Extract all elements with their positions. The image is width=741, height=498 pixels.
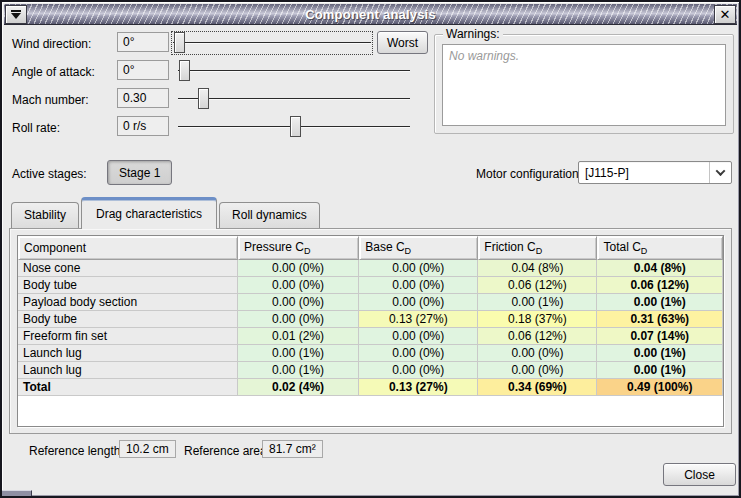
slider-track[interactable] [178, 70, 410, 72]
total-cd-cell: 0.00 (1%) [597, 345, 723, 362]
wind-direction-label: Wind direction: [12, 37, 91, 51]
component-cell: Body tube [18, 277, 238, 294]
window-menu-icon [11, 10, 21, 19]
table-row: Launch lug 0.00 (1%) 0.00 (0%) 0.00 (0%)… [18, 345, 723, 362]
motor-configuration-label: Motor configuration: [476, 167, 582, 181]
component-cell: Launch lug [18, 362, 238, 379]
total-cd-cell: 0.04 (8%) [597, 260, 723, 277]
mach-number-label: Mach number: [12, 93, 89, 107]
pressure-cd-cell: 0.01 (2%) [238, 328, 359, 345]
window-title: Component analysis [28, 7, 713, 22]
titlebar[interactable]: Component analysis ✕ [4, 4, 737, 25]
close-window-button[interactable]: ✕ [714, 5, 736, 24]
component-cell: Launch lug [18, 345, 238, 362]
friction-cd-cell: 0.00 (1%) [478, 294, 597, 311]
total-cd-cell: 0.00 (1%) [597, 362, 723, 379]
reference-length-label: Reference length: [29, 444, 124, 458]
col-header-component[interactable]: Component [18, 236, 238, 260]
table-row: Body tube 0.00 (0%) 0.13 (27%) 0.18 (37%… [18, 311, 723, 328]
close-icon: ✕ [720, 8, 731, 21]
component-cell: Nose cone [18, 260, 238, 277]
slider-track[interactable] [178, 98, 410, 100]
window-resize-corner[interactable] [2, 490, 32, 496]
base-cd-cell: 0.00 (0%) [359, 277, 478, 294]
friction-cd-cell: 0.00 (0%) [478, 345, 597, 362]
pressure-cd-cell: 0.02 (4%) [238, 379, 359, 396]
roll-rate-slider[interactable] [176, 115, 412, 139]
tab-drag-characteristics[interactable]: Drag characteristics [81, 197, 217, 229]
tab-roll-dynamics[interactable]: Roll dynamics [219, 202, 320, 228]
table-header-row: Component Pressure CD Base CD Friction C… [18, 236, 723, 260]
base-cd-cell: 0.13 (27%) [359, 311, 478, 328]
active-stages-label: Active stages: [12, 167, 87, 181]
tab-stability[interactable]: Stability [11, 202, 79, 228]
motor-configuration-select[interactable]: [J115-P] [578, 161, 732, 184]
reference-length-value: 10.2 cm [119, 440, 176, 458]
base-cd-cell: 0.00 (0%) [359, 362, 478, 379]
stage-1-toggle[interactable]: Stage 1 [107, 160, 172, 185]
col-header-pressure-cd[interactable]: Pressure CD [238, 236, 359, 260]
drag-table-scrollpane[interactable]: Component Pressure CD Base CD Friction C… [17, 235, 724, 427]
roll-rate-field[interactable]: 0 r/s [117, 116, 169, 136]
table-row: Freeform fin set 0.01 (2%) 0.00 (0%) 0.0… [18, 328, 723, 345]
friction-cd-cell: 0.06 (12%) [478, 328, 597, 345]
angle-of-attack-slider[interactable] [176, 59, 412, 83]
component-cell: Payload body section [18, 294, 238, 311]
component-cell: Body tube [18, 311, 238, 328]
slider-thumb[interactable] [198, 88, 209, 109]
total-cd-cell: 0.31 (63%) [597, 311, 723, 328]
window-menu-button[interactable] [5, 5, 27, 24]
slider-thumb[interactable] [179, 60, 190, 81]
combo-dropdown-button[interactable] [709, 162, 731, 183]
component-analysis-dialog: Component analysis ✕ Wind direction: 0° … [0, 0, 741, 498]
wind-direction-slider[interactable] [171, 31, 373, 55]
col-header-base-cd[interactable]: Base CD [359, 236, 478, 260]
mach-number-field[interactable]: 0.30 [117, 88, 169, 108]
table-total-row: Total 0.02 (4%) 0.13 (27%) 0.34 (69%) 0.… [18, 379, 723, 396]
warnings-title: Warnings: [443, 27, 503, 41]
angle-of-attack-field[interactable]: 0° [117, 60, 169, 80]
friction-cd-cell: 0.18 (37%) [478, 311, 597, 328]
slider-thumb[interactable] [290, 116, 301, 137]
pressure-cd-cell: 0.00 (1%) [238, 362, 359, 379]
friction-cd-cell: 0.34 (69%) [478, 379, 597, 396]
table-row: Launch lug 0.00 (1%) 0.00 (0%) 0.00 (0%)… [18, 362, 723, 379]
warnings-group: Warnings: No warnings. [434, 34, 734, 134]
total-cd-cell: 0.07 (14%) [597, 328, 723, 345]
base-cd-cell: 0.00 (0%) [359, 345, 478, 362]
slider-thumb[interactable] [174, 32, 185, 53]
pressure-cd-cell: 0.00 (1%) [238, 345, 359, 362]
base-cd-cell: 0.00 (0%) [359, 294, 478, 311]
friction-cd-cell: 0.06 (12%) [478, 277, 597, 294]
dialog-content: Wind direction: 0° Worst Angle of attack… [4, 26, 737, 489]
pressure-cd-cell: 0.00 (0%) [238, 277, 359, 294]
col-header-total-cd[interactable]: Total CD [597, 236, 723, 260]
worst-button[interactable]: Worst [377, 31, 428, 54]
table-row: Payload body section 0.00 (0%) 0.00 (0%)… [18, 294, 723, 311]
total-cd-cell: 0.00 (1%) [597, 294, 723, 311]
table-row: Nose cone 0.00 (0%) 0.00 (0%) 0.04 (8%) … [18, 260, 723, 277]
motor-configuration-value: [J115-P] [579, 166, 709, 180]
component-cell: Total [18, 379, 238, 396]
base-cd-cell: 0.00 (0%) [359, 328, 478, 345]
drag-characteristics-pane: Component Pressure CD Base CD Friction C… [9, 228, 732, 434]
component-cell: Freeform fin set [18, 328, 238, 345]
drag-table: Component Pressure CD Base CD Friction C… [18, 236, 723, 396]
total-cd-cell: 0.06 (12%) [597, 277, 723, 294]
pressure-cd-cell: 0.00 (0%) [238, 260, 359, 277]
col-header-friction-cd[interactable]: Friction CD [478, 236, 597, 260]
reference-area-label: Reference area: [184, 444, 270, 458]
base-cd-cell: 0.13 (27%) [359, 379, 478, 396]
chevron-down-icon [716, 166, 726, 176]
slider-track[interactable] [173, 42, 371, 44]
analysis-tabs: Stability Drag characteristics Roll dyna… [11, 197, 322, 228]
angle-of-attack-label: Angle of attack: [12, 65, 95, 79]
close-button[interactable]: Close [663, 463, 736, 486]
wind-direction-field[interactable]: 0° [117, 32, 169, 52]
friction-cd-cell: 0.04 (8%) [478, 260, 597, 277]
pressure-cd-cell: 0.00 (0%) [238, 294, 359, 311]
base-cd-cell: 0.00 (0%) [359, 260, 478, 277]
reference-area-value: 81.7 cm² [262, 440, 323, 458]
mach-number-slider[interactable] [176, 87, 412, 111]
table-row: Body tube 0.00 (0%) 0.00 (0%) 0.06 (12%)… [18, 277, 723, 294]
